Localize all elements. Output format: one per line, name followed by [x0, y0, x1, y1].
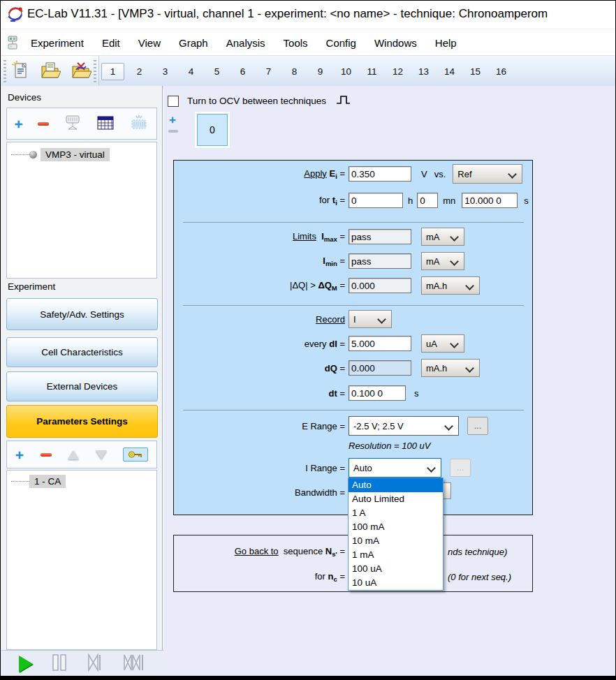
i-range-option-1a[interactable]: 1 A — [349, 506, 443, 520]
vs-reference-select[interactable]: Ref — [453, 164, 522, 184]
menu-view[interactable]: View — [129, 37, 170, 49]
toolbar: 1 2 3 4 5 6 7 8 9 10 11 12 13 14 15 16 — [1, 55, 615, 87]
menu-analysis[interactable]: Analysis — [217, 37, 274, 49]
sequence-tab-0[interactable]: 0 — [197, 114, 228, 146]
i-range-option-auto-limited[interactable]: Auto Limited — [349, 492, 443, 506]
remove-device-button[interactable] — [38, 122, 49, 126]
channel-button-2[interactable]: 2 — [126, 66, 152, 77]
apply-link[interactable]: Apply — [304, 168, 327, 179]
menu-tools[interactable]: Tools — [274, 37, 317, 49]
i-range-dropdown-list: Auto Auto Limited 1 A 100 mA 10 mA 1 mA … — [348, 478, 443, 591]
dq-value-input[interactable] — [349, 360, 411, 376]
imin-value-input[interactable] — [349, 253, 411, 269]
i-range-option-100ma[interactable]: 100 mA — [349, 520, 443, 534]
ti-seconds-input[interactable] — [462, 193, 518, 208]
channel-button-3[interactable]: 3 — [152, 66, 178, 77]
ei-value-input[interactable] — [349, 166, 411, 182]
go-back-link[interactable]: Go back to — [235, 546, 279, 556]
new-settings-button[interactable] — [10, 60, 30, 81]
menu-help[interactable]: Help — [426, 37, 466, 49]
key-icon — [128, 450, 143, 459]
imax-value-input[interactable] — [349, 229, 411, 244]
add-sequence-button[interactable]: + — [15, 448, 24, 462]
ti-hours-input[interactable] — [349, 193, 403, 208]
parameters-settings-button[interactable]: Parameters Settings — [6, 405, 158, 438]
technique-tree-item[interactable]: 1 - CA — [11, 475, 161, 488]
record-variable-select[interactable]: I — [349, 310, 392, 328]
toolbar-grip-2 — [94, 60, 96, 82]
play-icon[interactable] — [19, 656, 33, 672]
i-range-option-auto[interactable]: Auto — [349, 478, 443, 492]
channel-button-5[interactable]: 5 — [204, 66, 230, 77]
chevron-down-icon — [377, 315, 386, 324]
separator — [183, 305, 524, 306]
dt-value-input[interactable] — [349, 385, 406, 401]
ocv-checkbox[interactable] — [168, 96, 179, 107]
technique-name[interactable]: 1 - CA — [29, 475, 66, 488]
technique-parameters-panel: Apply Ei = V vs. Ref for ti = h mn s Lim… — [173, 160, 533, 515]
channel-button-1[interactable]: 1 — [101, 63, 124, 80]
connect-device-icon[interactable] — [64, 114, 82, 133]
move-up-button[interactable] — [68, 450, 79, 459]
chevron-down-icon — [444, 422, 453, 431]
pause-icon[interactable] — [51, 653, 68, 674]
channel-button-12[interactable]: 12 — [385, 66, 411, 77]
next-technique-icon[interactable] — [122, 653, 146, 674]
di-value-input[interactable] — [349, 336, 411, 351]
move-down-button[interactable] — [96, 450, 107, 459]
record-link[interactable]: Record — [316, 314, 345, 325]
channel-button-8[interactable]: 8 — [281, 66, 307, 77]
channel-button-13[interactable]: 13 — [411, 66, 437, 77]
dqm-unit-select[interactable]: mA.h — [421, 276, 480, 295]
channel-button-16[interactable]: 16 — [488, 66, 514, 77]
edit-mode-button[interactable] — [123, 448, 148, 461]
i-range-option-1ma[interactable]: 1 mA — [349, 548, 443, 562]
load-graph-button[interactable] — [71, 60, 91, 81]
channel-button-15[interactable]: 15 — [462, 66, 488, 77]
i-range-option-100ua[interactable]: 100 uA — [349, 562, 443, 576]
channel-button-9[interactable]: 9 — [307, 66, 333, 77]
remove-sequence-tab-button[interactable] — [168, 130, 178, 133]
safety-settings-button[interactable]: Safety/Adv. Settings — [6, 298, 158, 330]
ei-unit-label: V — [421, 169, 427, 179]
e-range-more-button[interactable]: ... — [467, 417, 488, 435]
chevron-down-icon — [465, 364, 474, 373]
di-unit-select[interactable]: uA — [421, 334, 464, 353]
bandwidth-select-edge[interactable] — [443, 482, 451, 499]
imin-unit-select[interactable]: mA — [421, 252, 464, 270]
channel-button-6[interactable]: 6 — [230, 66, 256, 77]
load-settings-button[interactable] — [40, 60, 61, 81]
imax-unit-select[interactable]: mA — [421, 228, 464, 246]
channel-button-14[interactable]: 14 — [437, 66, 462, 77]
channel-button-10[interactable]: 10 — [333, 66, 359, 77]
remove-sequence-button[interactable] — [41, 453, 52, 457]
parameters-main-area: Turn to OCV between techniques + 0 Apply… — [163, 86, 615, 676]
external-devices-button[interactable]: External Devices — [6, 371, 158, 401]
i-range-option-10ma[interactable]: 10 mA — [349, 534, 443, 548]
menu-graph[interactable]: Graph — [170, 37, 217, 49]
device-tree-item[interactable]: VMP3 - virtual — [11, 148, 161, 161]
dqm-value-input[interactable] — [349, 278, 411, 293]
i-range-option-10ua[interactable]: 10 uA — [349, 576, 443, 590]
menu-windows[interactable]: Windows — [365, 37, 426, 49]
limits-link[interactable]: Limits — [293, 231, 316, 242]
e-range-select[interactable]: -2.5 V; 2.5 V — [349, 416, 459, 436]
menu-edit[interactable]: Edit — [93, 37, 129, 49]
i-range-more-button[interactable]: ... — [450, 459, 471, 477]
menu-config[interactable]: Config — [317, 37, 365, 49]
device-name[interactable]: VMP3 - virtual — [41, 148, 110, 161]
cell-characteristics-button[interactable]: Cell Characteristics — [6, 337, 158, 367]
channel-button-11[interactable]: 11 — [359, 66, 385, 77]
i-range-select[interactable]: Auto — [349, 458, 441, 478]
channel-button-4[interactable]: 4 — [178, 66, 204, 77]
next-sequence-icon[interactable] — [86, 653, 104, 674]
menu-experiment[interactable]: Experiment — [22, 37, 93, 49]
channels-table-icon[interactable] — [96, 115, 115, 133]
virtual-device-icon[interactable] — [129, 114, 149, 133]
ti-minutes-input[interactable] — [417, 193, 438, 208]
device-bullet-icon — [29, 151, 37, 158]
dq-unit-select[interactable]: mA.h — [421, 359, 480, 377]
channel-button-7[interactable]: 7 — [256, 66, 281, 77]
add-sequence-tab-button[interactable]: + — [169, 114, 176, 126]
add-device-button[interactable]: + — [15, 117, 23, 131]
